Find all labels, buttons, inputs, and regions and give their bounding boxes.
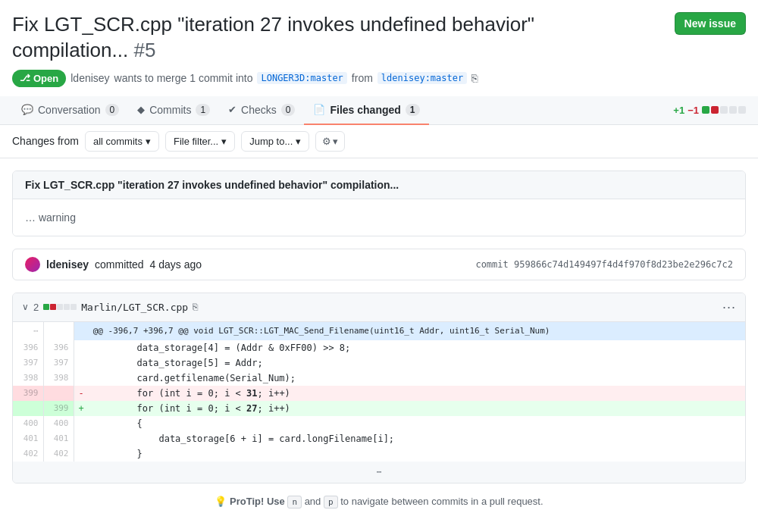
diff-sign-del: -: [74, 386, 89, 401]
pr-status-badge: ⎇ Open: [12, 70, 66, 87]
diff-sign: [74, 416, 89, 431]
line-content: data_storage[6 + i] = card.longFilename[…: [89, 431, 745, 446]
pr-description-box: Fix LGT_SCR.cpp "iteration 27 invokes un…: [12, 171, 746, 236]
from-text: from: [352, 72, 373, 84]
author-avatar: [25, 257, 40, 272]
commit-author-area: ldenisey committed 4 days ago: [25, 257, 202, 272]
old-line-num: 396: [13, 340, 43, 355]
commit-action: committed: [95, 258, 144, 271]
old-line-num: 400: [13, 416, 43, 431]
new-issue-button[interactable]: New issue: [675, 12, 746, 35]
protip-label: ProTip! Use: [230, 496, 285, 507]
line-content: {: [89, 416, 745, 431]
diff-mini-add: [43, 304, 49, 310]
all-commits-dropdown[interactable]: all commits ▾: [85, 131, 159, 152]
line-content-del: for (int i = 0; i < 31; i++): [89, 386, 745, 401]
lightbulb-icon: 💡: [215, 496, 227, 507]
hunk-old-num: ⋯: [13, 322, 43, 340]
old-line-num: 398: [13, 371, 43, 386]
new-line-num: 397: [43, 355, 74, 371]
copy-file-path-button[interactable]: ⎘: [193, 302, 198, 312]
diff-collapse-chevron[interactable]: ∨: [22, 302, 29, 312]
commit-hash-label: commit: [475, 259, 508, 270]
checks-icon: ✔: [228, 104, 236, 115]
stat-block-del1: [711, 106, 719, 114]
tab-bar: 💬 Conversation 0 ◆ Commits 1 ✔ Checks 0 …: [0, 96, 758, 125]
gear-icon: ⚙: [322, 136, 331, 147]
new-line-num: 396: [43, 340, 74, 355]
hunk-content: @@ -396,7 +396,7 @@ void LGT_SCR::LGT_MA…: [89, 322, 745, 340]
commits-count: 1: [196, 104, 210, 116]
expand-placeholder: ⋯: [13, 462, 745, 483]
diff-hunk-header-row: ⋯ @@ -396,7 +396,7 @@ void LGT_SCR::LGT_…: [13, 322, 745, 340]
new-line-num: 398: [43, 371, 74, 386]
pr-title: Fix LGT_SCR.cpp "iteration 27 invokes un…: [12, 12, 746, 64]
table-row: 399 + for (int i = 0; i < 27; i++): [13, 401, 745, 416]
checks-count: 0: [281, 104, 296, 116]
stat-additions: +1: [673, 105, 684, 116]
head-branch-link[interactable]: ldenisey:master: [377, 72, 467, 84]
tab-commits[interactable]: ◆ Commits 1: [128, 96, 219, 125]
new-line-num: [43, 386, 74, 401]
table-row: 401 401 data_storage[6 + i] = card.longF…: [13, 431, 745, 446]
tab-checks[interactable]: ✔ Checks 0: [219, 96, 304, 125]
files-changed-count: 1: [406, 104, 420, 116]
diff-mini-neu1: [57, 304, 63, 310]
hunk-new-num: [43, 322, 74, 340]
copy-branch-icon[interactable]: ⎘: [471, 72, 478, 84]
chevron-down-icon: ▾: [146, 136, 151, 147]
new-line-num: 402: [43, 446, 74, 462]
protip-suffix: to navigate between commits in a pull re…: [340, 496, 543, 507]
diff-more-options-button[interactable]: ···: [722, 299, 736, 315]
and-text: and: [305, 496, 321, 507]
stat-blocks: [702, 106, 746, 114]
gear-settings-dropdown[interactable]: ⚙ ▾: [315, 131, 345, 152]
pr-meta-text: wants to merge 1 commit into: [114, 72, 253, 84]
file-path: Marlin/LGT_SCR.cpp: [81, 302, 188, 313]
tab-files-changed[interactable]: 📄 Files changed 1: [304, 96, 428, 125]
commit-row: ldenisey committed 4 days ago commit 959…: [12, 249, 746, 280]
stat-block-neu1: [720, 106, 728, 114]
jump-to-dropdown[interactable]: Jump to... ▾: [241, 131, 309, 152]
changes-from-label: Changes from: [12, 135, 79, 147]
protip-area: 💡 ProTip! Use n and p to navigate betwee…: [12, 496, 746, 507]
new-line-num: 401: [43, 431, 74, 446]
table-row: 400 400 {: [13, 416, 745, 431]
key-p: p: [324, 496, 338, 509]
commit-author-name[interactable]: ldenisey: [46, 258, 89, 271]
file-diff-header-left: ∨ 2 Marlin/LGT_SCR.cpp ⎘: [22, 302, 198, 313]
commit-hash[interactable]: 959866c74d149497f4d4f970f8d23be2e296c7c2: [514, 259, 733, 270]
table-row: 402 402 }: [13, 446, 745, 462]
file-filter-dropdown[interactable]: File filter... ▾: [165, 131, 235, 152]
diff-sign-add: +: [74, 401, 89, 416]
diff-mini-neu2: [64, 304, 70, 310]
file-diff-header: ∨ 2 Marlin/LGT_SCR.cpp ⎘ ···: [13, 293, 745, 322]
stat-block-neu3: [738, 106, 746, 114]
pr-meta: ⎇ Open ldenisey wants to merge 1 commit …: [12, 70, 746, 87]
chevron-down-icon-3: ▾: [296, 136, 301, 147]
table-row: 399 - for (int i = 0; i < 31; i++): [13, 386, 745, 401]
tab-conversation[interactable]: 💬 Conversation 0: [12, 96, 128, 125]
stat-block-add1: [702, 106, 709, 114]
diff-controls-bar: Changes from all commits ▾ File filter..…: [0, 125, 758, 158]
table-row: 396 396 data_storage[4] = (Addr & 0xFF00…: [13, 340, 745, 355]
table-row: 397 397 data_storage[5] = Addr;: [13, 355, 745, 371]
diff-sign: [74, 340, 89, 355]
diff-sign: [74, 371, 89, 386]
merge-icon: ⎇: [20, 73, 30, 83]
diff-sign: [74, 446, 89, 462]
diff-stat: +1 −1: [673, 105, 746, 116]
key-n: n: [287, 496, 302, 509]
pr-author: ldenisey: [70, 72, 109, 84]
diff-expand-row: ⋯: [13, 462, 745, 483]
base-branch-link[interactable]: LONGER3D:master: [257, 72, 346, 84]
hunk-sign: [74, 322, 89, 340]
old-line-num: 399: [13, 386, 43, 401]
new-line-num: 399: [43, 401, 74, 416]
line-content: data_storage[5] = Addr;: [89, 355, 745, 371]
old-line-num: 402: [13, 446, 43, 462]
diff-mini-neu3: [70, 304, 77, 310]
old-line-num: [13, 401, 43, 416]
new-line-num: 400: [43, 416, 74, 431]
diff-sign: [74, 355, 89, 371]
